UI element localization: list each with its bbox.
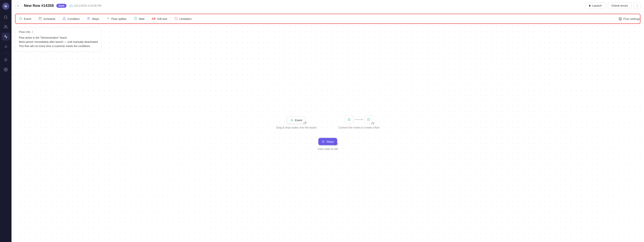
arrow-icon [362,119,363,121]
sidebar-item-integrations[interactable] [2,56,10,64]
more-button[interactable]: ⋮ [634,2,640,9]
flow-info-text: Flow active in the "Demonstration" brand… [19,36,98,49]
flow-settings-button[interactable]: Flow settings [615,15,640,22]
event-node-label: Event [295,119,302,122]
steps-edit-label: Steps [326,140,334,143]
drag-drop-hint: Event ☞ Drag & drop nodes onto the board [276,117,316,129]
toolbar-item-condition[interactable]: Condition [59,14,83,23]
svg-point-5 [5,59,6,60]
sidebar-divider [2,53,9,53]
toolbar-ab-test-label: A/B test [157,17,167,20]
wait-icon [134,17,137,21]
flow-info-line2: Work period: immediately after launch — … [19,40,98,44]
flow-title: New flow #14358 [24,3,54,8]
drag-drop-hint-label: Drag & drop nodes onto the board [276,126,316,129]
sidebar-item-settings[interactable] [2,66,10,73]
toolbar-item-steps[interactable]: Steps [83,14,103,23]
svg-line-17 [175,17,177,19]
condition-icon [62,17,66,21]
svg-point-6 [5,69,6,70]
connect-line-area [355,119,363,121]
chevron-up-icon: ∧ [32,30,33,33]
ab-test-icon: AB [152,17,156,20]
svg-point-0 [4,16,7,18]
flow-info-header[interactable]: Flow info ∧ [19,30,98,33]
launch-button[interactable]: Launch [586,2,606,9]
toolbar-item-limitation[interactable]: Limitation [171,14,195,23]
topbar: New flow #14358 Draft 12/11/2024 4:33:06… [12,0,644,11]
node-mini-bell [345,115,354,124]
draft-badge: Draft [56,4,66,8]
toolbar: Event Schedule Condition Steps Flow spli… [15,14,640,24]
toolbar-item-schedule[interactable]: Schedule [35,14,59,23]
connect-nodes-hint: ☞ Connect the nodes to create a flow [338,115,379,129]
canvas[interactable]: Flow info ∧ Flow active in the "Demonstr… [12,24,644,242]
flow-info-panel: Flow info ∧ Flow active in the "Demonstr… [15,27,102,51]
check-errors-button[interactable]: Check errors [608,2,632,9]
connect-hint-label: Connect the nodes to create a flow [338,126,379,129]
avatar: M [2,3,9,10]
toolbar-condition-label: Condition [68,17,80,20]
topbar-actions: Launch Check errors ⋮ [586,2,640,9]
main-content: New flow #14358 Draft 12/11/2024 4:33:06… [12,0,644,242]
sidebar-item-analytics[interactable] [2,42,10,50]
drag-cursor-icon: ☞ [303,120,307,126]
toolbar-item-event[interactable]: Event [16,14,35,23]
sidebar-item-contacts[interactable] [2,23,10,31]
svg-rect-7 [39,17,41,20]
drag-drop-illustration: Event ☞ [287,117,306,124]
edit-hint: Steps ☞ Click node to edit [318,138,338,151]
toolbar-item-wait[interactable]: Wait [130,14,148,23]
svg-point-18 [620,18,621,19]
toolbar-item-flow-splitter[interactable]: Flow splitter [103,14,130,23]
back-button[interactable] [15,3,21,9]
save-info: 12/11/2024 4:33:06 PM [69,4,102,7]
edit-cursor-icon: ☞ [335,142,339,147]
flow-info-line3: This flow will run every time a customer… [19,44,98,48]
event-node-card: Event [287,117,306,124]
limitation-icon [174,17,178,21]
toolbar-wait-label: Wait [139,17,144,20]
svg-marker-11 [63,17,66,19]
save-timestamp: 12/11/2024 4:33:06 PM [74,4,102,7]
toolbar-item-ab-test[interactable]: AB A/B test [148,14,171,23]
connect-illustration: ☞ [345,115,373,124]
connect-line [355,119,361,120]
connect-cursor-icon: ☞ [371,121,375,126]
flow-info-line1: Flow active in the "Demonstration" brand [19,36,98,40]
svg-point-1 [5,25,6,27]
toolbar-steps-label: Steps [92,17,99,20]
schedule-icon [38,17,42,21]
steps-edit-card: Steps [318,138,337,145]
bell-icon [19,17,22,21]
toolbar-limitation-label: Limitation [179,17,192,20]
steps-icon [87,17,90,21]
sidebar: M [0,0,12,242]
edit-hint-label: Click node to edit [318,148,338,151]
sidebar-item-search[interactable] [2,13,10,21]
canvas-hints: Event ☞ Drag & drop nodes onto the board [276,115,380,151]
flow-splitter-icon [106,17,110,21]
flow-info-title: Flow info [19,30,30,33]
sidebar-item-campaigns[interactable] [2,33,10,41]
edit-illustration: Steps ☞ [318,138,337,145]
toolbar-event-label: Event [24,17,31,20]
toolbar-flow-splitter-label: Flow splitter [112,17,127,20]
toolbar-schedule-label: Schedule [43,17,55,20]
play-icon [589,5,591,7]
flow-settings-label: Flow settings [623,17,640,20]
